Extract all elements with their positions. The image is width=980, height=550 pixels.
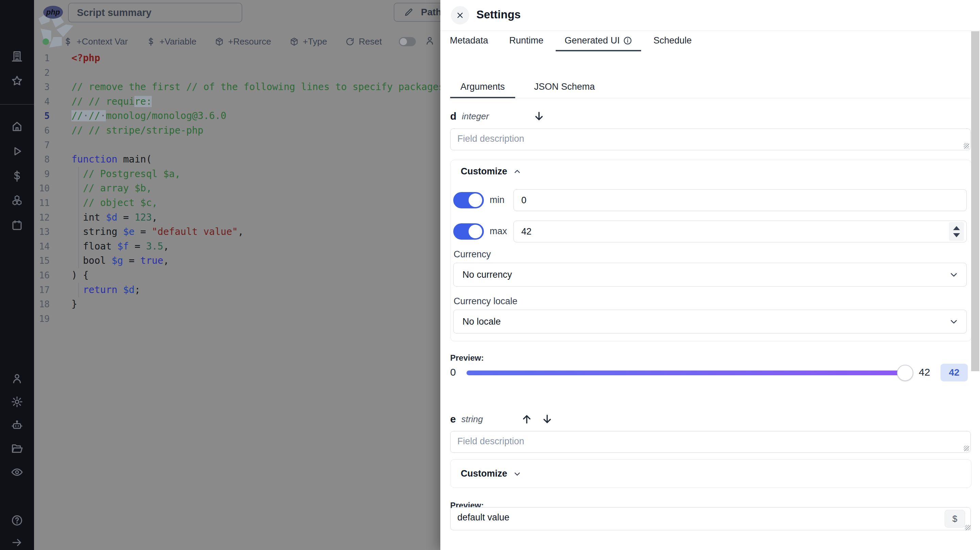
move-field-down-button[interactable] [541,413,553,425]
toolbar-button-type[interactable]: +Type [290,36,327,47]
arrow-right-icon [11,536,23,548]
arrow-down-icon [533,111,545,122]
windmill-logo-icon[interactable] [5,3,20,19]
stepper-down-icon[interactable] [953,233,960,237]
line-number: 15 [34,254,50,268]
field-d-description-input[interactable] [450,128,971,150]
resize-handle[interactable] [965,525,970,530]
currency-value: No currency [463,269,512,280]
slider-track[interactable] [466,371,905,375]
code-line-content: ) { [72,268,89,283]
sidebar-item-resources[interactable] [11,195,23,207]
cubes-icon [11,195,23,207]
line-number: 13 [34,225,50,239]
code-line-content: // array $b, [72,181,152,196]
move-field-up-button[interactable] [521,413,533,425]
code-line-content: } [72,297,77,312]
tab-generated-ui[interactable]: Generated UI [556,31,641,51]
currency-select[interactable]: No currency [453,263,967,287]
dollar-icon [63,37,73,46]
tab-metadata[interactable]: Metadata [441,31,497,51]
field-e-description-input[interactable] [450,431,971,453]
customize-box-e: Customize [450,459,972,488]
toolbar-button-label: +Context Var [76,36,128,47]
field-e-header: e string [450,412,553,426]
panel-scrollbar[interactable] [971,31,979,371]
line-number: 2 [34,66,50,80]
toolbar-button-resource[interactable]: +Resource [215,36,271,47]
line-number: 6 [34,124,50,138]
field-name: d [450,111,456,122]
status-dot [43,38,49,45]
subtab-arguments[interactable]: Arguments [450,76,515,98]
slider-min-label: 0 [450,366,456,378]
sidebar-item-help[interactable] [11,514,23,526]
currency-locale-select[interactable]: No locale [453,310,967,333]
close-icon [456,11,465,20]
preview-label-d: Preview: [450,353,484,363]
sidebar-item-runs[interactable] [11,145,23,157]
toolbar-button-contextvar[interactable]: +Context Var [63,36,128,47]
slider-value-badge: 42 [940,364,968,381]
user-icon [425,36,435,47]
toggle-knob [469,225,482,238]
sidebar-item-expand-sidebar[interactable] [11,536,23,548]
tab-schedule[interactable]: Schedule [644,31,701,51]
settings-tabs: MetadataRuntimeGenerated UISchedule [441,31,701,51]
toolbar-buttons: +Context Var+Variable+Resource+TypeReset [63,36,382,47]
min-input[interactable] [514,189,967,211]
toolbar-button-reset[interactable]: Reset [345,36,382,47]
line-number: 18 [34,297,50,312]
max-input[interactable] [514,220,967,243]
code-line-content: <?php [72,51,100,66]
chevron-down-icon [949,269,959,280]
customize-label: Customize [461,468,508,479]
app-window: php Path +Context Var+Variable+Resource+… [0,0,980,550]
sidebar-item-folders[interactable] [11,442,23,455]
line-number: 4 [34,95,50,109]
sidebar-item-workspace[interactable] [11,50,23,63]
toolbar-button-variable[interactable]: +Variable [146,36,197,47]
number-stepper[interactable] [949,222,964,241]
close-button[interactable] [451,6,469,24]
subtab-json-schema[interactable]: JSON Schema [524,76,605,98]
insert-variable-button[interactable]: $ [945,510,965,528]
sidebar-item-favorites[interactable] [11,75,23,87]
chevron-down-icon [513,469,522,478]
line-number: 14 [34,239,50,254]
slider-thumb[interactable] [897,365,913,381]
line-number: 5 [34,109,50,124]
sidebar-item-variables[interactable] [11,170,23,182]
resize-handle[interactable] [964,445,969,451]
sidebar [0,0,34,550]
tab-runtime[interactable]: Runtime [501,31,553,51]
path-button-label: Path [421,7,442,18]
move-field-down-button[interactable] [533,111,545,122]
tab-label: Runtime [509,35,544,46]
script-summary-input[interactable] [68,3,242,22]
indent-guide [78,167,79,268]
php-language-badge: php [43,6,63,19]
min-toggle[interactable] [453,192,484,208]
max-toggle[interactable] [453,223,484,239]
refresh-icon [345,37,355,46]
code-line-content: //·//·monolog/monolog@3.6.0 [72,109,226,124]
customize-toggle-e[interactable]: Customize [461,468,522,479]
field-d-header: d integer [450,109,545,123]
code-line-content: bool $g = true, [72,254,169,268]
customize-box-d: Customize min max Currency No currency C… [450,160,972,341]
sidebar-item-audit-logs[interactable] [11,466,23,478]
sidebar-item-home[interactable] [11,120,23,133]
sidebar-item-settings[interactable] [11,396,23,408]
indent-guide [78,283,79,298]
resize-handle[interactable] [964,143,969,149]
stepper-up-icon[interactable] [953,226,960,230]
string-preview-input[interactable] [450,507,971,530]
toolbar-button-label: +Resource [228,36,271,47]
sidebar-item-account[interactable] [11,372,23,385]
assistant-toggle[interactable] [399,37,416,46]
max-label: max [490,226,507,236]
sidebar-item-workers[interactable] [11,419,23,431]
customize-toggle-d[interactable]: Customize [461,166,522,177]
sidebar-item-schedules[interactable] [11,219,23,231]
